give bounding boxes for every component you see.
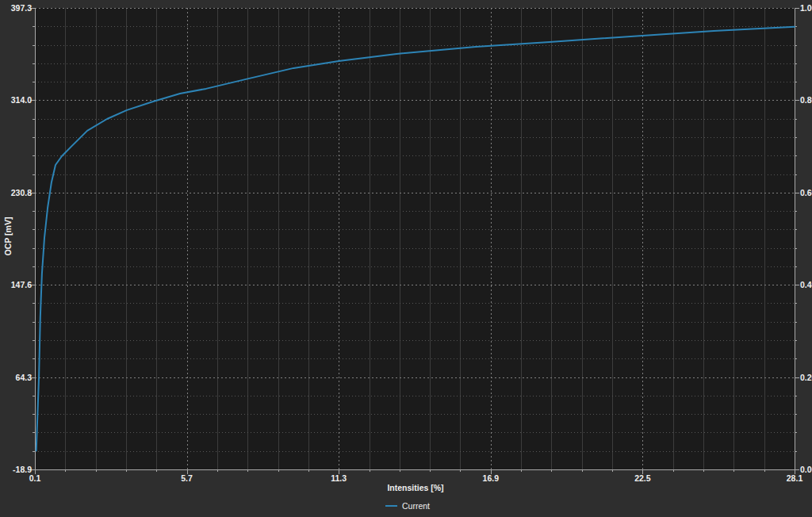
x-axis-title: Intensities [%] — [387, 483, 443, 492]
x-tick-label: 16.9 — [473, 473, 508, 484]
x-tick-label: 22.5 — [625, 473, 660, 484]
x-tick-label: 11.3 — [321, 473, 356, 484]
y-left-tick-label: 314.0 — [0, 94, 32, 105]
chart-window: OCP [mV] Intensities [%] Current 397.331… — [0, 0, 812, 517]
legend-label-current[interactable]: Current — [402, 500, 430, 511]
y-axis-title: OCP [mV] — [3, 217, 13, 256]
legend: Current — [385, 500, 430, 511]
y-left-tick-label: 64.3 — [0, 372, 32, 383]
legend-marker-line — [385, 505, 397, 507]
y-right-tick-label: 1.00 — [800, 2, 812, 13]
y-left-tick-label: 230.8 — [0, 187, 32, 198]
plot-area[interactable] — [35, 8, 795, 469]
y-right-tick-label: 0.60 — [800, 187, 812, 198]
y-right-tick-label: 0.40 — [800, 279, 812, 290]
y-left-tick-label: 397.3 — [0, 2, 32, 13]
x-tick-label: 28.1 — [777, 473, 812, 484]
y-right-tick-label: 0.80 — [800, 94, 812, 105]
x-tick-label: 0.1 — [17, 473, 52, 484]
y-right-tick-label: 0.20 — [800, 372, 812, 383]
x-tick-label: 5.7 — [170, 473, 205, 484]
y-left-tick-label: 147.6 — [0, 279, 32, 290]
